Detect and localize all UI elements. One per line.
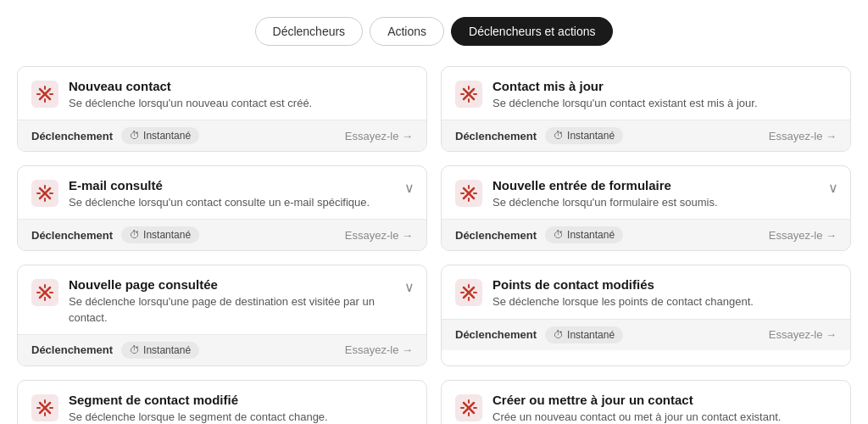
badge-contact-mis-a-jour: ⏱ Instantané — [545, 127, 623, 144]
footer-left-points-de-contact-modifies: Déclenchement ⏱ Instantané — [455, 326, 623, 343]
card-icon-points-de-contact-modifies — [455, 279, 482, 306]
try-link-contact-mis-a-jour[interactable]: Essayez-le → — [769, 130, 837, 142]
card-icon-nouvelle-page-consultee — [31, 279, 58, 306]
card-text-points-de-contact-modifies: Points de contact modifiés Se déclenche … — [492, 277, 754, 310]
card-header-points-de-contact-modifies: Points de contact modifiés Se déclenche … — [442, 265, 850, 318]
card-nouvelle-entree-formulaire: Nouvelle entrée de formulaire Se déclenc… — [441, 165, 851, 251]
try-link-email-consulte[interactable]: Essayez-le → — [345, 229, 413, 242]
clock-icon: ⏱ — [130, 130, 140, 142]
card-footer-points-de-contact-modifies: Déclenchement ⏱ Instantané Essayez-le → — [442, 319, 850, 350]
clock-icon: ⏱ — [554, 329, 564, 341]
footer-label-nouvelle-entree-formulaire: Déclenchement — [455, 229, 537, 242]
card-description-nouvelle-page-consultee: Se déclenche lorsqu'une page de destinat… — [69, 294, 413, 325]
card-nouvelle-page-consultee: Nouvelle page consultée Se déclenche lor… — [17, 265, 427, 365]
chevron-down-icon[interactable]: ∨ — [404, 279, 415, 295]
card-header-email-consulte: E-mail consulté Se déclenche lorsqu'un c… — [18, 166, 426, 219]
card-description-segment-de-contact-modifie: Se déclenche lorsque le segment de conta… — [69, 410, 328, 424]
chevron-down-icon[interactable]: ∨ — [828, 180, 838, 196]
badge-label-email-consulte: Instantané — [143, 229, 191, 241]
try-link-points-de-contact-modifies[interactable]: Essayez-le → — [769, 328, 837, 341]
footer-label-contact-mis-a-jour: Déclenchement — [455, 130, 537, 142]
card-text-nouvelle-entree-formulaire: Nouvelle entrée de formulaire Se déclenc… — [492, 178, 718, 210]
card-title-nouvelle-entree-formulaire: Nouvelle entrée de formulaire — [492, 178, 718, 192]
cards-grid: Nouveau contact Se déclenche lorsqu'un n… — [17, 66, 851, 424]
card-footer-nouvelle-entree-formulaire: Déclenchement ⏱ Instantané Essayez-le → — [442, 219, 850, 250]
card-points-de-contact-modifies: Points de contact modifiés Se déclenche … — [441, 265, 851, 365]
clock-icon: ⏱ — [554, 130, 564, 142]
footer-left-email-consulte: Déclenchement ⏱ Instantané — [31, 226, 199, 243]
badge-label-nouvelle-page-consultee: Instantané — [143, 344, 191, 356]
card-header-nouvelle-entree-formulaire: Nouvelle entrée de formulaire Se déclenc… — [442, 166, 850, 219]
badge-email-consulte: ⏱ Instantané — [121, 226, 199, 243]
clock-icon: ⏱ — [130, 344, 140, 356]
card-icon-contact-mis-a-jour — [455, 81, 482, 108]
card-title-segment-de-contact-modifie: Segment de contact modifié — [69, 393, 328, 407]
footer-left-nouvelle-page-consultee: Déclenchement ⏱ Instantané — [31, 342, 199, 359]
badge-nouveau-contact: ⏱ Instantané — [121, 127, 199, 144]
footer-label-nouveau-contact: Déclenchement — [31, 130, 113, 142]
card-icon-email-consulte — [31, 180, 58, 207]
card-email-consulte: E-mail consulté Se déclenche lorsqu'un c… — [17, 165, 427, 251]
card-footer-email-consulte: Déclenchement ⏱ Instantané Essayez-le → — [18, 219, 426, 250]
clock-icon: ⏱ — [554, 229, 564, 241]
tab-actions[interactable]: Actions — [370, 17, 444, 46]
badge-label-nouveau-contact: Instantané — [143, 130, 191, 142]
badge-label-points-de-contact-modifies: Instantané — [567, 329, 615, 341]
badge-points-de-contact-modifies: ⏱ Instantané — [545, 326, 623, 343]
card-text-nouveau-contact: Nouveau contact Se déclenche lorsqu'un n… — [69, 79, 312, 111]
chevron-down-icon[interactable]: ∨ — [404, 180, 415, 196]
card-text-contact-mis-a-jour: Contact mis à jour Se déclenche lorsqu'u… — [492, 79, 758, 111]
footer-left-contact-mis-a-jour: Déclenchement ⏱ Instantané — [455, 127, 623, 144]
badge-label-contact-mis-a-jour: Instantané — [567, 130, 615, 142]
badge-nouvelle-page-consultee: ⏱ Instantané — [121, 342, 199, 359]
card-footer-nouveau-contact: Déclenchement ⏱ Instantané Essayez-le → — [18, 120, 426, 151]
footer-label-email-consulte: Déclenchement — [31, 229, 113, 242]
footer-label-points-de-contact-modifies: Déclenchement — [455, 328, 537, 341]
card-nouveau-contact: Nouveau contact Se déclenche lorsqu'un n… — [17, 66, 427, 152]
card-description-points-de-contact-modifies: Se déclenche lorsque les points de conta… — [492, 294, 754, 310]
card-text-email-consulte: E-mail consulté Se déclenche lorsqu'un c… — [69, 178, 370, 210]
card-title-email-consulte: E-mail consulté — [69, 178, 370, 192]
try-link-nouvelle-entree-formulaire[interactable]: Essayez-le → — [769, 229, 837, 242]
badge-nouvelle-entree-formulaire: ⏱ Instantané — [545, 226, 623, 243]
footer-label-nouvelle-page-consultee: Déclenchement — [31, 343, 113, 356]
card-title-creer-ou-mettre-a-jour-contact: Créer ou mettre à jour un contact — [492, 393, 781, 407]
tab-declencheurs-et-actions[interactable]: Déclencheurs et actions — [451, 17, 613, 46]
card-text-nouvelle-page-consultee: Nouvelle page consultée Se déclenche lor… — [69, 277, 413, 325]
card-description-email-consulte: Se déclenche lorsqu'un contact consulte … — [69, 195, 370, 210]
tab-declencheurs[interactable]: Déclencheurs — [255, 17, 364, 46]
card-icon-nouvelle-entree-formulaire — [455, 180, 482, 207]
card-segment-de-contact-modifie: Segment de contact modifié Se déclenche … — [17, 380, 427, 424]
card-contact-mis-a-jour: Contact mis à jour Se déclenche lorsqu'u… — [441, 66, 851, 152]
footer-left-nouveau-contact: Déclenchement ⏱ Instantané — [31, 127, 199, 144]
card-creer-ou-mettre-a-jour-contact: Créer ou mettre à jour un contact Crée u… — [441, 380, 851, 424]
card-text-creer-ou-mettre-a-jour-contact: Créer ou mettre à jour un contact Crée u… — [492, 393, 781, 424]
card-footer-contact-mis-a-jour: Déclenchement ⏱ Instantané Essayez-le → — [442, 120, 850, 151]
card-title-contact-mis-a-jour: Contact mis à jour — [492, 79, 758, 93]
top-nav: Déclencheurs Actions Déclencheurs et act… — [17, 17, 851, 46]
card-description-nouveau-contact: Se déclenche lorsqu'un nouveau contact e… — [69, 96, 312, 111]
try-link-nouvelle-page-consultee[interactable]: Essayez-le → — [345, 343, 413, 356]
clock-icon: ⏱ — [130, 229, 140, 241]
card-title-nouvelle-page-consultee: Nouvelle page consultée — [69, 277, 413, 292]
card-header-segment-de-contact-modifie: Segment de contact modifié Se déclenche … — [18, 381, 426, 424]
card-text-segment-de-contact-modifie: Segment de contact modifié Se déclenche … — [69, 393, 328, 424]
card-title-points-de-contact-modifies: Points de contact modifiés — [492, 277, 754, 292]
card-footer-nouvelle-page-consultee: Déclenchement ⏱ Instantané Essayez-le → — [18, 334, 426, 365]
card-icon-segment-de-contact-modifie — [31, 394, 58, 421]
try-link-nouveau-contact[interactable]: Essayez-le → — [345, 130, 413, 142]
card-header-nouveau-contact: Nouveau contact Se déclenche lorsqu'un n… — [18, 67, 426, 120]
card-header-contact-mis-a-jour: Contact mis à jour Se déclenche lorsqu'u… — [442, 67, 850, 120]
card-description-creer-ou-mettre-a-jour-contact: Crée un nouveau contact ou met à jour un… — [492, 410, 781, 424]
card-description-contact-mis-a-jour: Se déclenche lorsqu'un contact existant … — [492, 96, 758, 111]
footer-left-nouvelle-entree-formulaire: Déclenchement ⏱ Instantané — [455, 226, 623, 243]
card-header-nouvelle-page-consultee: Nouvelle page consultée Se déclenche lor… — [18, 265, 426, 333]
card-header-creer-ou-mettre-a-jour-contact: Créer ou mettre à jour un contact Crée u… — [442, 381, 850, 424]
card-title-nouveau-contact: Nouveau contact — [69, 79, 312, 93]
card-description-nouvelle-entree-formulaire: Se déclenche lorsqu'un formulaire est so… — [492, 195, 718, 210]
card-icon-creer-ou-mettre-a-jour-contact — [455, 394, 482, 421]
card-icon-nouveau-contact — [31, 81, 58, 108]
badge-label-nouvelle-entree-formulaire: Instantané — [567, 229, 615, 241]
